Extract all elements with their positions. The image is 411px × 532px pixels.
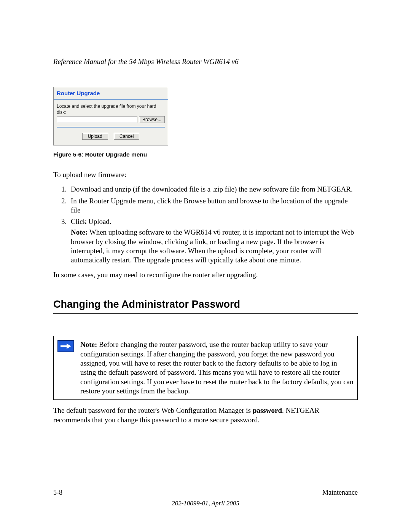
panel-instruction: Locate and select the upgrade file from … xyxy=(57,104,165,115)
steps-list: Download and unzip (if the downloaded fi… xyxy=(53,185,358,265)
page-footer: 5-8 Maintenance xyxy=(53,485,358,497)
intro-paragraph: To upload new firmware: xyxy=(53,170,358,180)
list-item: Download and unzip (if the downloaded fi… xyxy=(68,185,358,194)
after-note-paragraph: The default password for the router's We… xyxy=(53,406,358,425)
note-label: Note: xyxy=(71,228,88,236)
figure-caption: Figure 5-6: Router Upgrade menu xyxy=(53,151,358,158)
upgrade-file-input[interactable] xyxy=(57,116,137,123)
list-item: In the Router Upgrade menu, click the Br… xyxy=(68,197,358,215)
cancel-button[interactable]: Cancel xyxy=(114,133,139,140)
note-callout: Note: Before changing the router passwor… xyxy=(53,336,358,400)
upload-button[interactable]: Upload xyxy=(82,133,108,140)
note-icon-cell xyxy=(54,336,77,400)
page: Reference Manual for the 54 Mbps Wireles… xyxy=(0,0,411,532)
list-item: Click Upload. Note: When uploading softw… xyxy=(68,217,358,265)
panel-divider-2 xyxy=(57,127,165,128)
panel-button-row: Upload Cancel xyxy=(57,130,165,141)
browse-button[interactable]: Browse... xyxy=(139,116,165,123)
note-label: Note: xyxy=(80,340,97,348)
note-body: Before changing the router password, use… xyxy=(80,340,354,395)
arrow-right-icon xyxy=(57,340,74,352)
page-number: 5-8 xyxy=(53,488,62,497)
step3-note: Note: When uploading software to the WGR… xyxy=(71,228,358,265)
panel-body: Locate and select the upgrade file from … xyxy=(54,102,168,145)
file-chooser-row: Browse... xyxy=(57,116,165,123)
after-note-pre: The default password for the router's We… xyxy=(53,406,253,414)
running-header: Reference Manual for the 54 Mbps Wireles… xyxy=(53,57,358,70)
step3-text: Click Upload. xyxy=(71,217,112,225)
doc-id: 202-10099-01, April 2005 xyxy=(0,499,411,508)
after-note-bold: password xyxy=(253,406,282,414)
section-heading: Changing the Administrator Password xyxy=(53,298,358,314)
note-body: When uploading software to the WGR614 v6… xyxy=(71,228,354,264)
panel-divider xyxy=(54,99,168,100)
section-name: Maintenance xyxy=(322,488,358,497)
note-text-cell: Note: Before changing the router passwor… xyxy=(76,336,358,400)
panel-title: Router Upgrade xyxy=(54,87,168,99)
router-upgrade-panel: Router Upgrade Locate and select the upg… xyxy=(53,87,168,146)
after-list-paragraph: In some cases, you may need to reconfigu… xyxy=(53,270,358,280)
